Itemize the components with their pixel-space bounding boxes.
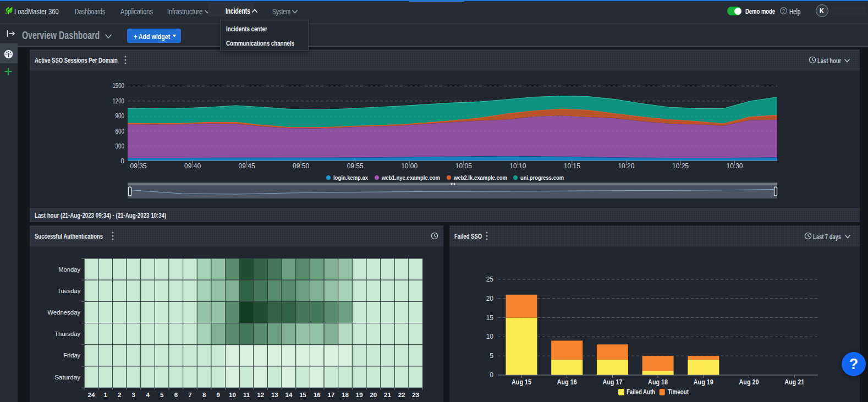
svg-text:Aug 15: Aug 15 — [512, 378, 531, 386]
svg-text:Aug 20: Aug 20 — [739, 378, 759, 386]
svg-text:10: 10 — [229, 392, 236, 398]
svg-text:?: ? — [782, 8, 785, 14]
svg-text:22: 22 — [398, 392, 405, 398]
svg-text:14: 14 — [285, 392, 293, 398]
svg-text:7: 7 — [188, 392, 191, 398]
svg-text:8: 8 — [202, 392, 206, 398]
svg-text:09:35: 09:35 — [130, 162, 146, 170]
svg-text:20: 20 — [370, 392, 377, 398]
svg-text:Failed Auth: Failed Auth — [627, 388, 655, 396]
svg-text:Aug 18: Aug 18 — [648, 378, 668, 386]
svg-text:20: 20 — [486, 295, 494, 302]
svg-text:300: 300 — [116, 142, 125, 150]
svg-text:21: 21 — [384, 392, 391, 398]
svg-text:10:10: 10:10 — [509, 162, 526, 170]
svg-text:Tuesday: Tuesday — [57, 288, 80, 294]
svg-text:5: 5 — [490, 352, 493, 360]
svg-text:0: 0 — [120, 157, 124, 165]
svg-text:1200: 1200 — [113, 97, 125, 105]
svg-text:web2.lk.example.com: web2.lk.example.com — [453, 174, 507, 181]
svg-text:login.kemp.ax: login.kemp.ax — [333, 174, 369, 181]
svg-text:Aug 17: Aug 17 — [602, 378, 622, 386]
svg-text:09:55: 09:55 — [347, 162, 364, 170]
svg-text:25: 25 — [486, 276, 494, 283]
svg-text:Aug 16: Aug 16 — [557, 378, 577, 386]
svg-text:3: 3 — [132, 392, 135, 398]
svg-text:13: 13 — [271, 392, 278, 398]
svg-text:10:20: 10:20 — [618, 162, 634, 170]
svg-text:Timeout: Timeout — [668, 388, 689, 396]
svg-text:Aug 21: Aug 21 — [784, 378, 804, 386]
svg-text:15: 15 — [299, 392, 306, 398]
svg-text:09:40: 09:40 — [184, 162, 201, 170]
svg-text:10:25: 10:25 — [672, 162, 689, 170]
svg-text:600: 600 — [116, 128, 125, 135]
svg-text:19: 19 — [356, 392, 363, 398]
svg-text:18: 18 — [342, 392, 349, 398]
svg-text:10:15: 10:15 — [564, 162, 580, 170]
svg-text:10:05: 10:05 — [455, 162, 472, 170]
svg-text:uni.progress.com: uni.progress.com — [520, 174, 564, 181]
svg-text:09:45: 09:45 — [239, 162, 255, 170]
svg-text:Monday: Monday — [58, 266, 81, 273]
svg-text:17: 17 — [328, 392, 335, 398]
svg-text:1500: 1500 — [113, 82, 125, 90]
svg-text:15: 15 — [486, 314, 494, 322]
svg-text:1: 1 — [103, 392, 107, 398]
svg-text:2: 2 — [118, 392, 121, 398]
svg-text:900: 900 — [116, 112, 125, 120]
svg-text:web1.nyc.example.com: web1.nyc.example.com — [381, 174, 440, 181]
svg-text:Saturday: Saturday — [54, 374, 81, 381]
svg-text:0: 0 — [490, 371, 493, 379]
svg-text:24: 24 — [88, 392, 95, 398]
svg-text:9: 9 — [217, 392, 220, 398]
svg-text:Wednesday: Wednesday — [47, 309, 81, 316]
svg-text:10:00: 10:00 — [401, 162, 417, 170]
svg-text:16: 16 — [314, 392, 321, 398]
svg-text:10: 10 — [486, 333, 494, 340]
svg-text:12: 12 — [257, 392, 264, 398]
svg-text:Thursday: Thursday — [54, 331, 81, 337]
svg-text:09:50: 09:50 — [293, 162, 309, 170]
svg-text:11: 11 — [243, 392, 250, 398]
svg-text:Aug 19: Aug 19 — [694, 378, 713, 386]
svg-text:6: 6 — [174, 392, 178, 398]
svg-text:4: 4 — [146, 392, 150, 398]
svg-text:23: 23 — [412, 392, 419, 398]
svg-text:10:30: 10:30 — [726, 162, 743, 170]
svg-text:Friday: Friday — [63, 352, 81, 359]
svg-text:5: 5 — [160, 392, 164, 398]
